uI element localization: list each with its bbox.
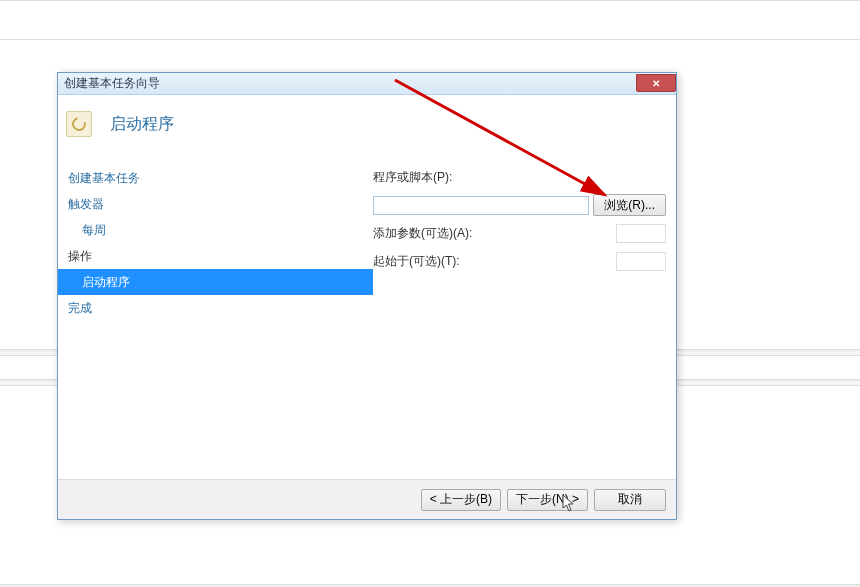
program-label-row: 程序或脚本(P): <box>373 165 666 189</box>
close-button[interactable]: ✕ <box>636 74 676 92</box>
startin-label: 起始于(可选)(T): <box>373 253 460 270</box>
sidebar-item-action[interactable]: 操作 <box>58 243 373 269</box>
window-title: 创建基本任务向导 <box>64 75 160 92</box>
titlebar: 创建基本任务向导 ✕ <box>58 73 676 95</box>
wizard-footer: < 上一步(B) 下一步(N) > 取消 <box>58 479 676 519</box>
sidebar-item-start-program[interactable]: 启动程序 <box>58 269 373 295</box>
wizard-window: 创建基本任务向导 ✕ 启动程序 创建基本任务 触发器 每周 操作 启动程序 完成… <box>57 72 677 520</box>
bg-bar <box>0 0 860 40</box>
args-row: 添加参数(可选)(A): <box>373 221 666 245</box>
task-icon <box>66 111 92 137</box>
next-button[interactable]: 下一步(N) > <box>507 489 588 511</box>
page-title: 启动程序 <box>110 114 174 135</box>
args-label: 添加参数(可选)(A): <box>373 225 472 242</box>
startin-row: 起始于(可选)(T): <box>373 249 666 273</box>
browse-button[interactable]: 浏览(R)... <box>593 194 666 216</box>
startin-input[interactable] <box>616 252 666 271</box>
cancel-button[interactable]: 取消 <box>594 489 666 511</box>
back-button[interactable]: < 上一步(B) <box>421 489 501 511</box>
sidebar-item-create-task[interactable]: 创建基本任务 <box>58 165 373 191</box>
sidebar-item-weekly[interactable]: 每周 <box>58 217 373 243</box>
program-label: 程序或脚本(P): <box>373 169 452 186</box>
wizard-body: 创建基本任务 触发器 每周 操作 启动程序 完成 程序或脚本(P): 浏览(R)… <box>58 153 676 479</box>
args-input[interactable] <box>616 224 666 243</box>
wizard-content: 程序或脚本(P): 浏览(R)... 添加参数(可选)(A): 起始于(可选)(… <box>373 153 676 479</box>
sidebar-item-finish[interactable]: 完成 <box>58 295 373 321</box>
program-input[interactable] <box>373 196 589 215</box>
program-input-row: 浏览(R)... <box>373 193 666 217</box>
sidebar-item-trigger[interactable]: 触发器 <box>58 191 373 217</box>
close-icon: ✕ <box>652 78 660 89</box>
wizard-header: 启动程序 <box>58 95 676 153</box>
wizard-sidebar: 创建基本任务 触发器 每周 操作 启动程序 完成 <box>58 153 373 479</box>
